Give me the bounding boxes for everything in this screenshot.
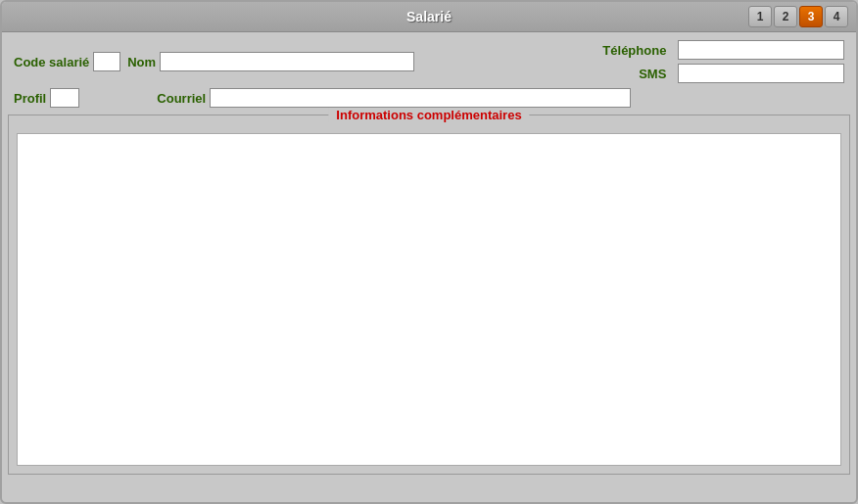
tab-buttons: 1 2 3 4 [639, 6, 848, 27]
sms-row: SMS [597, 64, 844, 83]
profil-label: Profil [14, 91, 46, 106]
info-legend: Informations complémentaires [328, 108, 529, 122]
telephone-input[interactable] [678, 40, 844, 60]
code-salarie-label: Code salarié [14, 55, 89, 69]
tab-1[interactable]: 1 [748, 6, 772, 27]
telephone-label: Téléphone [597, 43, 666, 58]
tab-2[interactable]: 2 [774, 6, 797, 27]
courriel-input[interactable] [210, 88, 631, 108]
row-1: Code salarié Nom Téléphone SMS [14, 40, 844, 83]
code-salarie-input[interactable] [93, 52, 120, 71]
tab-4[interactable]: 4 [825, 6, 848, 27]
telephone-row: Téléphone [597, 40, 844, 60]
form-header: Code salarié Nom Téléphone SMS [2, 32, 856, 115]
info-content [17, 133, 841, 466]
sms-input[interactable] [678, 64, 844, 83]
profil-input[interactable] [50, 88, 79, 108]
nom-input[interactable] [160, 52, 414, 71]
tab-3[interactable]: 3 [799, 6, 823, 27]
sms-label: SMS [597, 67, 666, 81]
courriel-label: Courriel [157, 91, 206, 106]
window-title: Salarié [219, 9, 639, 24]
main-window: Salarié 1 2 3 4 Code salarié Nom Télépho… [0, 0, 858, 504]
row-2: Profil Courriel [14, 88, 844, 108]
title-bar: Salarié 1 2 3 4 [2, 2, 856, 32]
nom-label: Nom [127, 55, 156, 69]
info-section: Informations complémentaires [8, 115, 850, 475]
